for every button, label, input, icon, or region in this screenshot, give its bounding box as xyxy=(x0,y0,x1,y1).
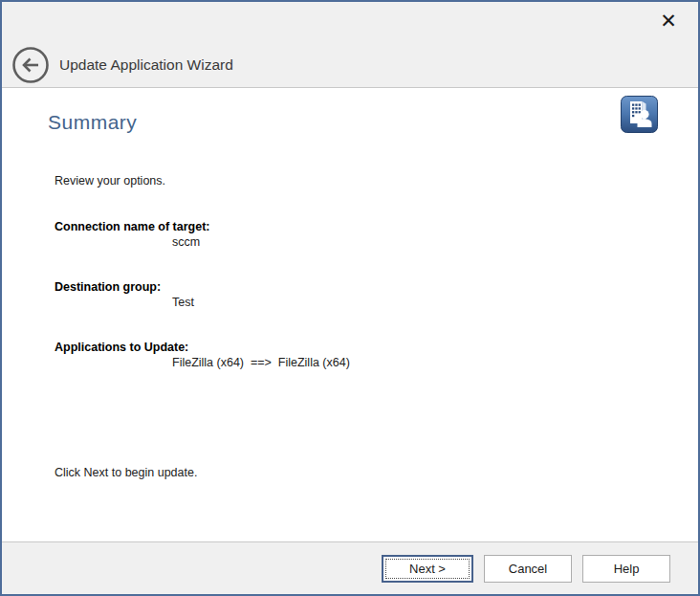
back-arrow-icon xyxy=(11,46,50,84)
back-button[interactable] xyxy=(11,46,50,84)
next-button[interactable]: Next > xyxy=(382,555,473,583)
wizard-header: ✕ Update Application Wizard xyxy=(2,2,698,88)
field-value: FileZilla (x64) ==> FileZilla (x64) xyxy=(55,355,669,370)
summary-page: Summary xyxy=(2,88,698,541)
cancel-button[interactable]: Cancel xyxy=(484,555,572,583)
field-applications-to-update: Applications to Update: FileZilla (x64) … xyxy=(55,340,669,370)
next-hint: Click Next to begin update. xyxy=(55,466,197,479)
field-connection-name: Connection name of target: sccm xyxy=(55,219,669,250)
close-icon: ✕ xyxy=(660,10,677,32)
application-user-icon xyxy=(621,96,658,133)
title-row: Update Application Wizard xyxy=(11,46,233,84)
wizard-window: ✕ Update Application Wizard Summary xyxy=(0,0,700,596)
field-label: Destination group: xyxy=(55,279,669,295)
field-value: Test xyxy=(55,295,669,310)
page-title: Summary xyxy=(48,111,669,134)
wizard-title: Update Application Wizard xyxy=(59,56,233,74)
field-destination-group: Destination group: Test xyxy=(55,279,669,310)
summary-fields: Connection name of target: sccm Destinat… xyxy=(55,219,669,370)
intro-text: Review your options. xyxy=(55,174,669,188)
close-button[interactable]: ✕ xyxy=(652,6,685,36)
field-value: sccm xyxy=(55,234,669,250)
field-label: Applications to Update: xyxy=(55,340,669,355)
field-label: Connection name of target: xyxy=(55,219,669,234)
help-button[interactable]: Help xyxy=(582,555,670,583)
button-bar: Next > Cancel Help xyxy=(2,541,698,594)
